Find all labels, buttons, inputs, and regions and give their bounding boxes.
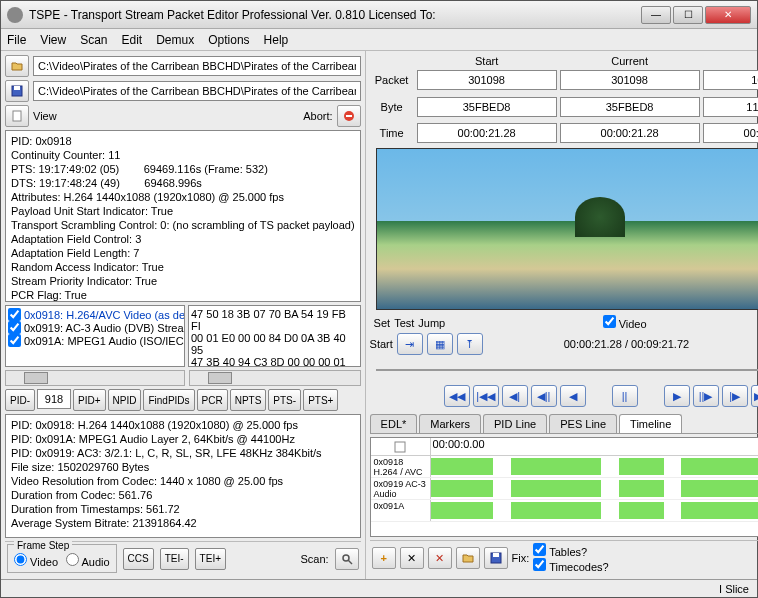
delete-button[interactable]: ✕ xyxy=(400,547,424,569)
open-in-button[interactable] xyxy=(5,55,29,77)
start-label: Start xyxy=(370,338,393,350)
menu-edit[interactable]: Edit xyxy=(122,33,143,47)
set-start-button[interactable]: ⇥ xyxy=(397,333,423,355)
svg-rect-7 xyxy=(395,442,405,452)
view-label: View xyxy=(33,110,57,122)
save-edl-button[interactable] xyxy=(484,547,508,569)
byte-start[interactable] xyxy=(417,97,557,117)
svg-rect-2 xyxy=(13,111,21,121)
pcr-button[interactable]: PCR xyxy=(197,389,228,411)
seek-slider[interactable] xyxy=(376,360,758,380)
pid-check-0919[interactable] xyxy=(8,321,21,334)
frame-step-group: Frame Step Video Audio xyxy=(7,544,117,573)
tei-plus-button[interactable]: TEI+ xyxy=(195,548,226,570)
status-text: I Slice xyxy=(719,583,749,595)
jump-start-button[interactable]: ⤒ xyxy=(457,333,483,355)
magnify-icon xyxy=(341,553,353,565)
byte-end[interactable] xyxy=(703,97,758,117)
output-path[interactable] xyxy=(33,81,361,101)
tab-pesline[interactable]: PES Line xyxy=(549,414,617,433)
input-path[interactable] xyxy=(33,56,361,76)
rewind-fast-button[interactable]: ◀◀ xyxy=(444,385,470,407)
forward-button[interactable]: ▶▶| xyxy=(751,385,758,407)
hex-view[interactable]: 47 50 18 3B 07 70 BA 54 19 FB FI 00 01 E… xyxy=(188,305,361,367)
menu-file[interactable]: File xyxy=(7,33,26,47)
pid-plus-button[interactable]: PID+ xyxy=(73,389,106,411)
step-fwd-button[interactable]: |▶ xyxy=(722,385,748,407)
pts-minus-button[interactable]: PTS- xyxy=(268,389,301,411)
abort-button[interactable] xyxy=(337,105,361,127)
col-end: End xyxy=(703,55,758,67)
frame-audio-radio[interactable] xyxy=(66,553,79,566)
time-start[interactable] xyxy=(417,123,557,143)
pid-scroll[interactable] xyxy=(5,370,185,386)
next-frame-button[interactable]: ||▶ xyxy=(693,385,719,407)
save-out-button[interactable] xyxy=(5,80,29,102)
packet-start[interactable] xyxy=(417,70,557,90)
scan-label: Scan: xyxy=(300,553,328,565)
frame-video-radio[interactable] xyxy=(14,553,27,566)
tab-pidline[interactable]: PID Line xyxy=(483,414,547,433)
ccs-button[interactable]: CCS xyxy=(123,548,154,570)
fix-tables-check[interactable] xyxy=(533,543,546,556)
folder-icon xyxy=(462,552,474,564)
npid-button[interactable]: NPID xyxy=(108,389,142,411)
prev-frame-button[interactable]: ◀|| xyxy=(531,385,557,407)
hex-scroll[interactable] xyxy=(189,370,361,386)
time-current[interactable] xyxy=(560,123,700,143)
pause-button[interactable]: || xyxy=(612,385,638,407)
timeline-panel[interactable]: 00:00:0.0000:09:21.72 0x0918 H.264 / AVC… xyxy=(370,437,758,537)
col-start: Start xyxy=(417,55,557,67)
menu-scan[interactable]: Scan xyxy=(80,33,107,47)
npts-button[interactable]: NPTS xyxy=(230,389,267,411)
col-current: Current xyxy=(560,55,700,67)
test-start-button[interactable]: ▦ xyxy=(427,333,453,355)
fix-timecodes-check[interactable] xyxy=(533,558,546,571)
timeline-icon xyxy=(394,441,406,453)
remove-button[interactable]: ✕ xyxy=(428,547,452,569)
window-title: TSPE - Transport Stream Packet Editor Pr… xyxy=(29,8,641,22)
pid-check-091a[interactable] xyxy=(8,334,21,347)
pid-check-0918[interactable] xyxy=(8,308,21,321)
row-time-label: Time xyxy=(370,127,414,139)
abort-label: Abort: xyxy=(303,110,332,122)
stream-summary[interactable]: PID: 0x0918: H.264 1440x1088 (1920x1080)… xyxy=(5,414,361,538)
packet-current[interactable] xyxy=(560,70,700,90)
packet-info-panel[interactable]: PID: 0x0918 Continuity Counter: 11 PTS: … xyxy=(5,130,361,302)
prev-button[interactable]: ◀ xyxy=(560,385,586,407)
rewind-button[interactable]: |◀◀ xyxy=(473,385,499,407)
row-byte-label: Byte xyxy=(370,101,414,113)
menu-bar: File View Scan Edit Demux Options Help xyxy=(1,29,757,51)
step-back-button[interactable]: ◀| xyxy=(502,385,528,407)
menu-options[interactable]: Options xyxy=(208,33,249,47)
row-packet-label: Packet xyxy=(370,74,414,86)
tab-edl[interactable]: EDL* xyxy=(370,414,418,433)
close-button[interactable]: ✕ xyxy=(705,6,751,24)
tab-timeline[interactable]: Timeline xyxy=(619,414,682,433)
page-icon xyxy=(11,110,23,122)
pid-list[interactable]: 0x0918: H.264/AVC Video (as defi 0x0919:… xyxy=(5,305,185,367)
packet-end[interactable] xyxy=(703,70,758,90)
scan-button[interactable] xyxy=(335,548,359,570)
minimize-button[interactable]: — xyxy=(641,6,671,24)
svg-line-6 xyxy=(348,560,352,564)
pts-plus-button[interactable]: PTS+ xyxy=(303,389,338,411)
folder-open-icon xyxy=(11,60,23,72)
findpids-button[interactable]: FindPIDs xyxy=(143,389,194,411)
byte-current[interactable] xyxy=(560,97,700,117)
video-checkbox[interactable] xyxy=(603,315,616,328)
view-button[interactable] xyxy=(5,105,29,127)
open-edl-button[interactable] xyxy=(456,547,480,569)
menu-demux[interactable]: Demux xyxy=(156,33,194,47)
menu-help[interactable]: Help xyxy=(264,33,289,47)
next-button[interactable]: ▶ xyxy=(664,385,690,407)
menu-view[interactable]: View xyxy=(40,33,66,47)
add-button[interactable]: + xyxy=(372,547,396,569)
pid-value[interactable] xyxy=(37,389,71,409)
pid-minus-button[interactable]: PID- xyxy=(5,389,35,411)
maximize-button[interactable]: ☐ xyxy=(673,6,703,24)
tab-markers[interactable]: Markers xyxy=(419,414,481,433)
tei-minus-button[interactable]: TEI- xyxy=(160,548,189,570)
time-end[interactable] xyxy=(703,123,758,143)
jump-start-label: Jump xyxy=(418,317,445,329)
